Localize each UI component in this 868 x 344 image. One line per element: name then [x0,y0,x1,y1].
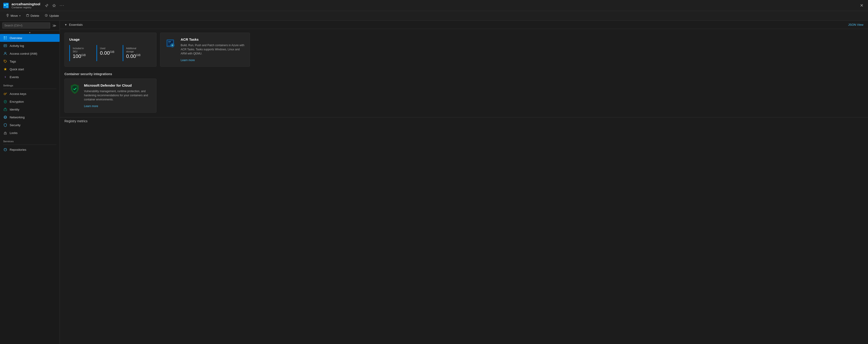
defender-learn-more-link[interactable]: Learn more [84,105,98,108]
included-sku-label: Included in SKU [73,47,88,53]
activity-log-icon [3,44,7,48]
acr-tasks-learn-more-link[interactable]: Learn more [181,59,195,62]
sidebar-item-events[interactable]: Events [0,73,60,81]
events-icon [3,75,7,79]
sidebar-collapse-button[interactable]: ≫ [52,23,57,28]
app-name: acrcafnamingtool [11,2,40,6]
sidebar-item-access-keys[interactable]: Access keys [0,90,60,98]
defender-card-title: Microsoft Defender for Cloud [84,83,152,87]
svg-rect-6 [4,36,5,38]
sidebar-item-repositories[interactable]: Repositories [0,146,60,153]
cards-row: Usage Included in SKU 100GiB Used 0.00Gi… [60,29,868,70]
sidebar-item-label-repositories: Repositories [10,148,26,151]
scroll-up-button[interactable]: ▲ [29,31,31,34]
usage-card-title: Usage [69,37,152,41]
essentials-header: ▼ Essentials JSON View [60,21,868,29]
acr-tasks-description: Build, Run, Push and Patch containers in… [181,43,245,56]
quick-start-icon [3,67,7,71]
toolbar: Move ▾ Delete Update [0,11,868,21]
sidebar-item-encryption[interactable]: Encryption [0,98,60,105]
svg-line-16 [5,93,7,94]
svg-point-18 [5,94,5,95]
search-input[interactable] [2,23,50,29]
used-value: 0.00GiB [100,50,114,56]
registry-metrics-title: Registry metrics [60,117,868,124]
acr-tasks-icon [165,37,177,49]
sidebar-item-overview[interactable]: Overview [0,34,60,42]
sidebar-item-quick-start[interactable]: Quick start [0,65,60,73]
sidebar-item-networking[interactable]: Networking [0,113,60,121]
svg-point-25 [5,133,5,134]
svg-rect-4 [27,15,29,16]
services-divider [3,144,56,145]
svg-rect-7 [5,36,7,38]
svg-rect-2 [6,3,8,5]
svg-point-14 [4,61,5,61]
usage-metrics: Included in SKU 100GiB Used 0.00GiB [69,45,152,61]
sidebar-item-label-access-keys: Access keys [10,92,26,96]
encryption-icon [3,100,7,104]
networking-icon [3,115,7,119]
sidebar-item-access-control[interactable]: Access control (IAM) [0,49,60,58]
defender-icon [69,83,80,95]
svg-point-13 [5,52,6,54]
repositories-icon [3,147,7,152]
star-button[interactable] [51,3,57,8]
services-section-label: Services [0,137,60,144]
sidebar-item-activity-log[interactable]: Activity log [0,42,60,49]
sidebar-item-tags[interactable]: Tags [0,58,60,65]
svg-rect-9 [5,38,7,39]
more-button[interactable]: ··· [59,2,65,9]
delete-button[interactable]: Delete [24,12,42,19]
sidebar-item-label-overview: Overview [10,36,22,40]
top-bar: acrcafnamingtool Container registry ··· … [0,0,868,11]
sidebar-item-security[interactable]: Security [0,121,60,129]
essentials-title-group: ▼ Essentials [64,23,83,27]
pin-button[interactable] [44,3,50,8]
svg-rect-10 [4,44,7,47]
defender-text: Microsoft Defender for Cloud Vulnerabili… [84,83,152,108]
container-security-title: Container security integrations [60,70,868,78]
sidebar-item-label-activity-log: Activity log [10,44,24,47]
sidebar-item-locks[interactable]: Locks [0,129,60,137]
essentials-chevron-icon: ▼ [64,23,67,27]
sidebar-item-label-networking: Networking [10,115,25,119]
used-label: Used [100,47,114,50]
main-layout: ≫ ▲ Overview Activity log Access control… [0,21,868,344]
acr-card-content: ACR Tasks Build, Run, Push and Patch con… [165,37,245,62]
top-bar-actions: ··· [44,2,65,9]
sidebar-item-label-locks: Locks [10,131,18,135]
move-chevron-icon: ▾ [19,14,21,17]
additional-storage-label: Additional storage [126,47,143,53]
defender-card: Microsoft Defender for Cloud Vulnerabili… [64,78,156,113]
app-title-group: acrcafnamingtool Container registry [11,2,40,9]
sidebar-search-container: ≫ [0,21,60,31]
additional-storage-value: 0.00GiB [126,53,143,59]
security-icon [3,123,7,127]
sidebar-scroll-up: ▲ [0,31,60,34]
json-view-button[interactable]: JSON View [848,23,863,27]
sidebar-item-label-tags: Tags [10,60,16,63]
sidebar-item-label-security: Security [10,124,21,127]
sidebar-item-label-encryption: Encryption [10,100,24,103]
move-icon [6,14,9,18]
svg-rect-1 [4,4,6,6]
content-area: ▼ Essentials JSON View Usage Included in… [60,21,868,344]
included-sku-value: 100GiB [73,53,88,59]
close-button[interactable]: ✕ [858,2,865,9]
used-metric: Used 0.00GiB [96,45,119,61]
usage-card: Usage Included in SKU 100GiB Used 0.00Gi… [64,33,156,67]
move-button[interactable]: Move ▾ [4,12,23,19]
acr-tasks-title: ACR Tasks [181,37,245,41]
sidebar-item-identity[interactable]: Identity [0,105,60,113]
svg-rect-3 [6,6,8,8]
defender-card-description: Vulnerability management, runtime protec… [84,89,152,102]
access-keys-icon [3,92,7,96]
tags-icon [3,59,7,63]
sidebar-item-label-events: Events [10,75,19,79]
app-logo [3,2,9,9]
settings-section-label: Settings [0,81,60,88]
defender-card-content: Microsoft Defender for Cloud Vulnerabili… [69,83,152,108]
update-button[interactable]: Update [42,12,61,19]
overview-icon [3,36,7,40]
